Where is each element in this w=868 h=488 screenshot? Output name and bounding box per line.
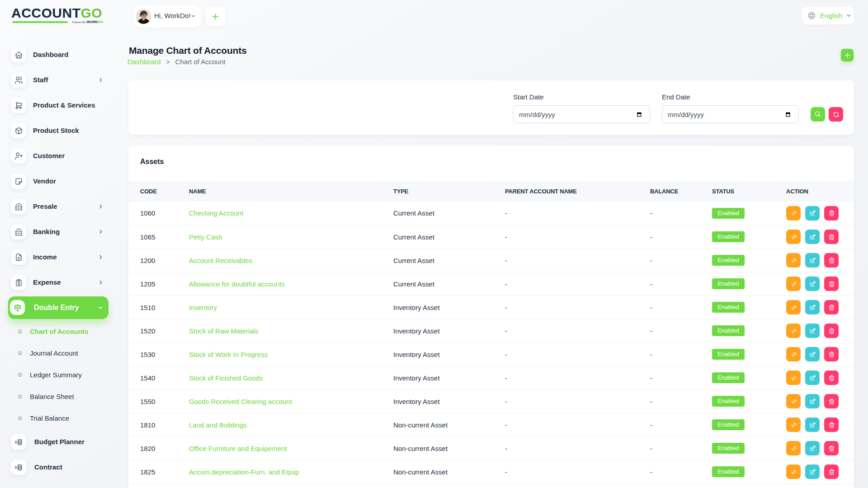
svg-text:$: $ (14, 440, 17, 444)
svg-text:$: $ (14, 465, 17, 469)
